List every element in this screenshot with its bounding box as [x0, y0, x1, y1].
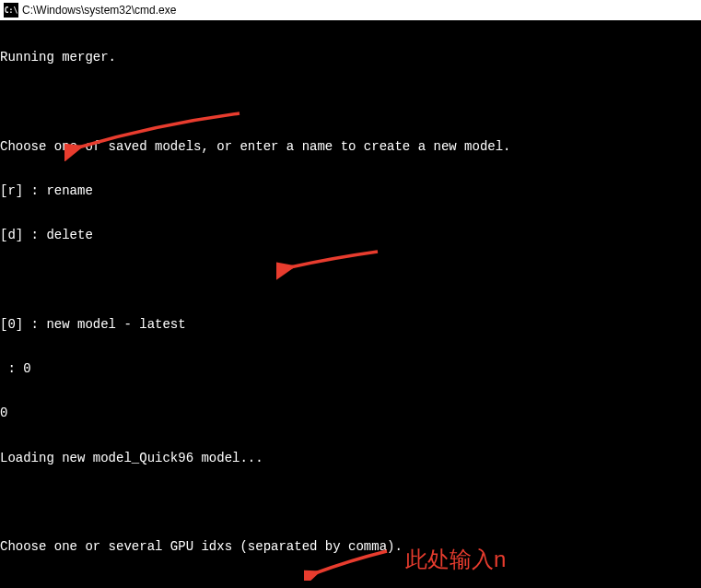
terminal-line [0, 94, 701, 109]
cmd-icon: C:\ [4, 3, 18, 18]
terminal-line: Loading new model_Quick96 model... [0, 451, 701, 465]
terminal-line: : 0 [0, 361, 701, 376]
terminal-line [0, 495, 701, 510]
terminal-line [0, 273, 701, 288]
terminal-line: Choose one or several GPU idxs (separate… [0, 539, 701, 554]
terminal-line: [0] : new model - latest [0, 317, 701, 332]
window-title: C:\Windows\system32\cmd.exe [22, 4, 176, 17]
terminal-line: [r] : rename [0, 183, 701, 198]
terminal-line: Choose one of saved models, or enter a n… [0, 139, 701, 154]
titlebar[interactable]: C:\ C:\Windows\system32\cmd.exe [0, 0, 701, 20]
terminal-line: [d] : delete [0, 228, 701, 242]
terminal-line: Running merger. [0, 50, 701, 65]
terminal-output[interactable]: Running merger. Choose one of saved mode… [0, 20, 701, 588]
terminal-line: 0 [0, 406, 701, 420]
terminal-line [0, 584, 701, 588]
